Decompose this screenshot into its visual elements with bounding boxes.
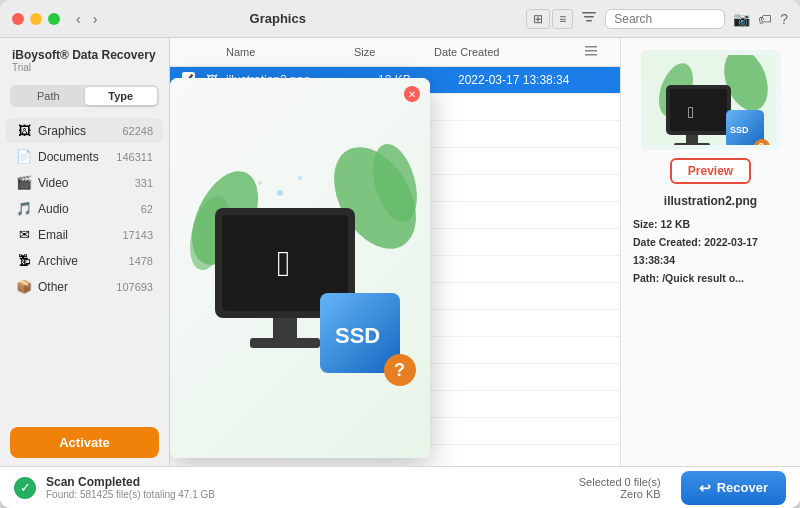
activate-button[interactable]: Activate: [10, 427, 159, 458]
sidebar-count-documents: 146311: [116, 151, 153, 163]
sidebar-item-documents[interactable]: 📄 Documents 146311: [6, 144, 163, 169]
svg-rect-1: [584, 16, 594, 18]
recover-button[interactable]: ↩ Recover: [681, 471, 786, 505]
filter-button[interactable]: [581, 9, 597, 28]
sidebar-item-graphics[interactable]: 🖼 Graphics 62248: [6, 118, 163, 143]
preview-image:  SSD: [170, 78, 430, 458]
svg-text:?: ?: [758, 142, 764, 145]
recover-icon: ↩: [699, 480, 711, 496]
svg-text:SSD: SSD: [730, 125, 749, 135]
close-button[interactable]: [12, 13, 24, 25]
titlebar: ‹ › Graphics ⊞ ≡ 📷 🏷 ?: [0, 0, 800, 38]
recover-label: Recover: [717, 480, 768, 495]
documents-icon: 📄: [16, 149, 32, 164]
archive-icon: 🗜: [16, 253, 32, 268]
path-meta: Path: /Quick result o...: [633, 270, 788, 288]
scan-subtitle: Found: 581425 file(s) totaling 47.1 GB: [46, 489, 569, 500]
svg-text:SSD: SSD: [335, 323, 380, 348]
sidebar-count-video: 331: [135, 177, 153, 189]
app-trial: Trial: [12, 62, 157, 73]
svg-rect-13: [273, 318, 297, 340]
sidebar-label-video: Video: [38, 176, 129, 190]
app-title: iBoysoft® Data Recovery: [12, 48, 157, 62]
action-col-header: [584, 44, 608, 60]
scan-complete-icon: ✓: [14, 477, 36, 499]
sidebar-items: 🖼 Graphics 62248 📄 Documents 146311 🎬 Vi…: [0, 113, 169, 419]
grid-view-button[interactable]: ⊞: [526, 9, 550, 29]
svg-text:: : [277, 243, 290, 284]
email-icon: ✉: [16, 227, 32, 242]
sidebar-count-other: 107693: [116, 281, 153, 293]
svg-rect-0: [582, 12, 596, 14]
size-meta: Size: 12 KB: [633, 216, 788, 234]
sidebar-label-other: Other: [38, 280, 110, 294]
svg-rect-3: [585, 50, 597, 52]
sidebar-header: iBoysoft® Data Recovery Trial: [0, 38, 169, 79]
size-col-header: Size: [354, 46, 434, 58]
sidebar-count-archive: 1478: [129, 255, 153, 267]
sidebar-count-email: 17143: [122, 229, 153, 241]
sidebar-tabs: Path Type: [10, 85, 159, 107]
main-window: ‹ › Graphics ⊞ ≡ 📷 🏷 ?: [0, 0, 800, 508]
size-label: Size:: [633, 218, 658, 230]
sidebar-item-archive[interactable]: 🗜 Archive 1478: [6, 248, 163, 273]
scan-title: Scan Completed: [46, 475, 569, 489]
tab-path[interactable]: Path: [12, 87, 85, 105]
other-icon: 📦: [16, 279, 32, 294]
file-area: Name Size Date Created 🖼 illustration2.p…: [170, 38, 620, 466]
window-title: Graphics: [29, 11, 526, 26]
svg-rect-14: [250, 338, 320, 348]
preview-meta: Size: 12 KB Date Created: 2022-03-17 13:…: [633, 216, 788, 287]
main-content: iBoysoft® Data Recovery Trial Path Type …: [0, 38, 800, 466]
right-panel:  SSD ? Preview illustration2: [620, 38, 800, 466]
svg-rect-2: [586, 20, 592, 22]
path-label: Path:: [633, 272, 659, 284]
preview-button[interactable]: Preview: [670, 158, 751, 184]
date-col-header: Date Created: [434, 46, 584, 58]
filter-icon: [581, 9, 597, 25]
sidebar-label-email: Email: [38, 228, 116, 242]
tag-icon: 🏷: [758, 11, 772, 27]
sidebar-count-audio: 62: [141, 203, 153, 215]
bottom-bar: ✓ Scan Completed Found: 581425 file(s) t…: [0, 466, 800, 508]
name-col-header: Name: [226, 46, 354, 58]
thumb-illustration:  SSD ?: [646, 55, 776, 145]
view-toggle: ⊞ ≡: [526, 9, 573, 29]
date-meta: Date Created: 2022-03-17 13:38:34: [633, 234, 788, 270]
sidebar-item-other[interactable]: 📦 Other 107693: [6, 274, 163, 299]
svg-point-21: [258, 181, 262, 185]
sidebar-item-email[interactable]: ✉ Email 17143: [6, 222, 163, 247]
svg-text:: : [688, 104, 694, 121]
graphics-icon: 🖼: [16, 123, 32, 138]
svg-point-20: [298, 176, 302, 180]
sidebar-item-audio[interactable]: 🎵 Audio 62: [6, 196, 163, 221]
svg-rect-29: [674, 143, 710, 145]
sidebar-count-graphics: 62248: [122, 125, 153, 137]
svg-rect-26: [670, 89, 727, 131]
audio-icon: 🎵: [16, 201, 32, 216]
path-value: /Quick result o...: [662, 272, 744, 284]
sidebar-label-audio: Audio: [38, 202, 135, 216]
sidebar-label-graphics: Graphics: [38, 124, 116, 138]
svg-point-19: [277, 190, 283, 196]
preview-overlay: ✕ : [170, 78, 430, 458]
titlebar-right: ⊞ ≡ 📷 🏷 ?: [526, 9, 788, 29]
checkmark-icon: ✓: [20, 480, 31, 495]
selected-size-label: Zero KB: [579, 488, 661, 500]
svg-rect-4: [585, 46, 597, 48]
sidebar-item-video[interactable]: 🎬 Video 331: [6, 170, 163, 195]
camera-icon: 📷: [733, 11, 750, 27]
list-view-button[interactable]: ≡: [552, 9, 573, 29]
file-list-header: Name Size Date Created: [170, 38, 620, 67]
sidebar-label-archive: Archive: [38, 254, 123, 268]
scan-text: Scan Completed Found: 581425 file(s) tot…: [46, 475, 569, 500]
preview-close-button[interactable]: ✕: [404, 86, 420, 102]
tab-type[interactable]: Type: [85, 87, 158, 105]
preview-thumbnail:  SSD ?: [641, 50, 781, 150]
selected-info: Selected 0 file(s) Zero KB: [579, 476, 661, 500]
date-label: Date Created:: [633, 236, 701, 248]
search-input[interactable]: [605, 9, 725, 29]
svg-text:?: ?: [394, 360, 405, 380]
sidebar: iBoysoft® Data Recovery Trial Path Type …: [0, 38, 170, 466]
video-icon: 🎬: [16, 175, 32, 190]
